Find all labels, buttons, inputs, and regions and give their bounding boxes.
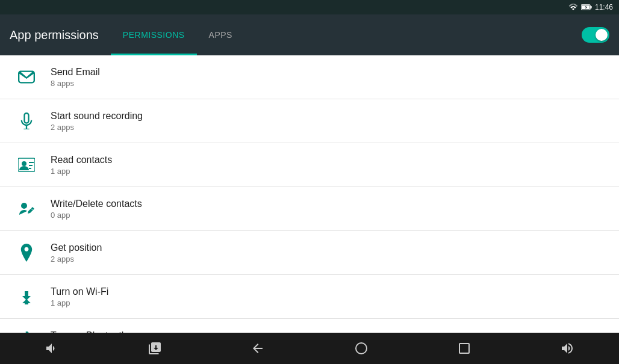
wifi-sync-icon (14, 285, 39, 309)
permission-count: 0 app (51, 211, 142, 220)
status-bar: 11:46 (0, 0, 619, 14)
screen-rotation-button[interactable] (137, 333, 173, 364)
volume-up-button[interactable] (549, 333, 585, 364)
permissions-list: Send Email 8 apps Start sound recording … (0, 55, 619, 333)
svg-point-7 (22, 161, 26, 166)
permission-name: Turn on Wi-Fi (51, 286, 108, 297)
home-button[interactable] (343, 333, 379, 364)
permission-sound-recording[interactable]: Start sound recording 2 apps (0, 99, 619, 143)
tabs: Permissions Apps (111, 14, 346, 55)
permission-count: 2 apps (51, 123, 143, 132)
permission-name: Send Email (51, 67, 100, 78)
permission-name: Start sound recording (51, 111, 143, 122)
app-title: App permissions (10, 28, 99, 42)
wifi-icon (568, 3, 578, 11)
permission-count: 8 apps (51, 79, 100, 88)
mic-icon (14, 109, 39, 133)
volume-down-button[interactable] (34, 333, 70, 364)
svg-marker-14 (22, 299, 31, 304)
permission-name: Get position (51, 242, 102, 253)
permission-count: 2 apps (51, 254, 102, 264)
svg-rect-1 (591, 6, 592, 8)
permission-count: 1 app (51, 298, 108, 307)
svg-marker-13 (22, 291, 31, 300)
recent-apps-button[interactable] (446, 333, 482, 364)
battery-icon (581, 4, 592, 11)
back-button[interactable] (240, 333, 276, 364)
permission-count: 1 app (51, 167, 112, 176)
contacts-icon (14, 153, 39, 177)
permission-read-contacts[interactable]: Read contacts 1 app (0, 143, 619, 187)
status-time: 11:46 (595, 3, 613, 11)
svg-rect-21 (459, 344, 469, 353)
bottom-nav (0, 333, 619, 364)
permission-turn-on-bluetooth[interactable]: Turn on Bluetooth 1 app (0, 319, 619, 333)
permission-write-delete-contacts[interactable]: Write/Delete contacts 0 app (0, 187, 619, 231)
tab-permissions[interactable]: Permissions (111, 14, 197, 55)
permission-name: Write/Delete contacts (51, 199, 142, 209)
permission-get-position[interactable]: Get position 2 apps (0, 231, 619, 275)
svg-point-20 (356, 343, 367, 354)
contacts-edit-icon (14, 197, 39, 221)
master-toggle[interactable] (582, 27, 609, 43)
permission-name: Read contacts (51, 155, 112, 165)
email-icon (14, 65, 39, 89)
svg-point-11 (21, 203, 27, 209)
svg-rect-5 (23, 129, 29, 129)
tab-apps[interactable]: Apps (197, 14, 244, 55)
bluetooth-icon (14, 329, 39, 333)
status-icons: 11:46 (568, 3, 613, 11)
permission-send-email[interactable]: Send Email 8 apps (0, 55, 619, 99)
header: App permissions Permissions Apps (0, 14, 619, 55)
location-icon (14, 241, 39, 265)
master-toggle-container (582, 27, 609, 43)
permission-turn-on-wifi[interactable]: Turn on Wi-Fi 1 app (0, 275, 619, 319)
